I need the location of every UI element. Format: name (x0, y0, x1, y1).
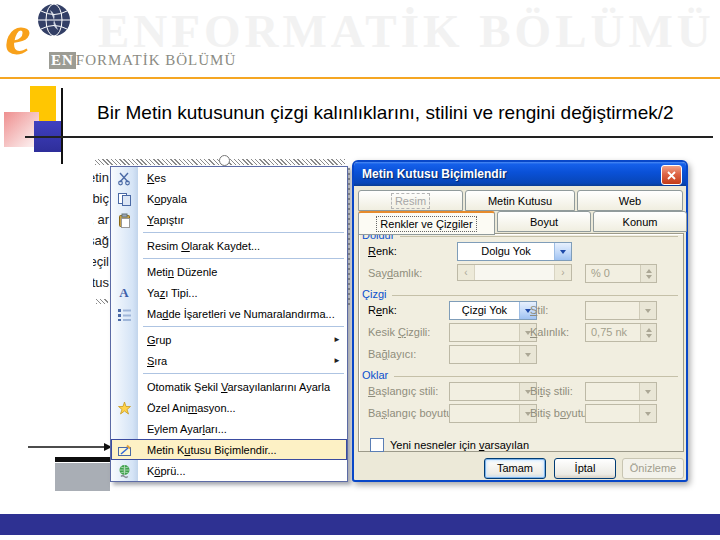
combo-arrow-icon (519, 346, 536, 363)
combo-value (450, 405, 519, 422)
slider-left-icon: ‹ (458, 265, 475, 280)
combo-value (450, 346, 519, 363)
menu-item-eylem-ayarlari[interactable]: Eylem Ayarları... (111, 418, 347, 439)
textbox-handle[interactable] (219, 155, 230, 166)
combo-value (450, 383, 519, 400)
label-bitis-boyutu: Bitiş boyutu: (530, 407, 590, 419)
footer-band (0, 514, 720, 535)
checkbox-label: Yeni nesneler için varsayılan (390, 439, 529, 451)
slider-track (475, 265, 554, 280)
annotation-arrow (28, 438, 112, 456)
onizleme-button: Önizleme (622, 458, 684, 479)
tab-web[interactable]: Web (577, 190, 683, 211)
menu-item-metin-duzenle[interactable]: Metin Düzenle (111, 261, 347, 282)
iptal-button[interactable]: İptal (554, 458, 616, 479)
deco-vertical-line (61, 88, 63, 164)
spinner-arrows-icon (640, 324, 656, 341)
combo-cizgi-renk[interactable]: Çizgi Yok (449, 301, 537, 320)
menu-item-yapistir[interactable]: Yapıştır (111, 209, 347, 230)
watermark-text: ENFORMATİK BÖLÜMÜ (98, 4, 720, 58)
menu-item-yazi-tipi[interactable]: AYazı Tipi... (111, 282, 347, 303)
tab-label: Renkler ve Çizgiler (377, 217, 475, 231)
submenu-arrow-icon: ► (333, 356, 341, 365)
group-oklar: Oklar (362, 369, 678, 381)
menu-item-label: Kes (111, 172, 166, 184)
tab-label: Metin Kutusu (485, 194, 555, 208)
menu-item-kopru[interactable]: Köprü... (111, 460, 347, 481)
combo-value (450, 324, 519, 341)
spin-saydamlik-deger: % 0 (585, 264, 657, 283)
label-bitis-stili: Bitiş stili: (530, 385, 573, 397)
group-label: Çizgi (362, 288, 386, 300)
logo-rest: FORMATİK BÖLÜMÜ (76, 52, 236, 68)
menu-item-label: Köprü... (111, 465, 186, 477)
menu-item-ozel-animasyon[interactable]: Özel Animasyon... (111, 397, 347, 418)
tab-label: Boyut (527, 215, 561, 229)
spin-kalinlik: 0,75 nk (585, 323, 657, 342)
spin-value: % 0 (586, 265, 640, 282)
context-menu: KesKopyalaYapıştırResim Olarak Kaydet...… (110, 166, 348, 482)
header-divider (0, 77, 720, 79)
clipped-text-line: biç (93, 189, 110, 210)
menu-item-label: Grup (111, 334, 171, 346)
tamam-button[interactable]: Tamam (484, 458, 546, 479)
checkbox-icon[interactable] (370, 438, 384, 452)
menu-item-label: Madde İşaretleri ve Numaralandırma... (111, 308, 335, 320)
menu-item-label: Resim Olarak Kaydet... (111, 240, 260, 252)
clipped-text-line: sağ (93, 231, 110, 252)
label-kalinlik: Kalınlık: (530, 326, 569, 338)
menu-item-label: Eylem Ayarları... (111, 423, 227, 435)
dialog-titlebar[interactable]: Metin Kutusu Biçimlendir (354, 162, 686, 186)
combo-baslangic-boyutu (449, 404, 537, 423)
label-cizgi-renk: Renk: (368, 304, 397, 316)
logo-wordmark: ENFORMATİK BÖLÜMÜ (49, 52, 236, 69)
title-underline (25, 136, 713, 138)
format-textbox-dialog: Metin Kutusu Biçimlendir ResimMetin Kutu… (352, 160, 688, 482)
page-title: Bir Metin kutusunun çizgi kalınlıklarını… (97, 102, 712, 124)
combo-doldur-renk[interactable]: Dolgu Yok (457, 242, 572, 261)
menu-item-madde-isaretleri[interactable]: Madde İşaretleri ve Numaralandırma... (111, 303, 347, 324)
group-divider (394, 376, 678, 377)
spin-value: 0,75 nk (586, 324, 640, 341)
combo-baslangic-stili (449, 382, 537, 401)
combo-arrow-icon (639, 405, 656, 422)
group-divider (400, 236, 678, 237)
clipped-text-line: tus (93, 273, 110, 294)
label-baslangic-boyutu: Başlangıç boyutu: (368, 407, 455, 419)
menu-item-otomatik-sekil[interactable]: Otomatik Şekil Varsayılanlarını Ayarla (111, 376, 347, 397)
slider-right-icon: › (554, 265, 571, 280)
label-stil: Stil: (530, 304, 548, 316)
label-baslangic-stili: Başlangıç stili: (368, 385, 438, 397)
submenu-arrow-icon: ► (333, 335, 341, 344)
menu-item-resim-olarak-kaydet[interactable]: Resim Olarak Kaydet... (111, 235, 347, 256)
tab-label: Resim (392, 194, 429, 208)
menu-item-metin-kutusu-bicimlendir[interactable]: Metin Kutusu Biçimlendir... (111, 439, 347, 460)
tab-renkler-ve-cizgiler[interactable]: Renkler ve Çizgiler (358, 211, 495, 235)
tab-resim: Resim (358, 190, 463, 211)
slide: ENFORMATİK BÖLÜMÜ e ENFORMATİK BÖLÜMÜ Bi… (0, 0, 720, 540)
tab-metin-kutusu[interactable]: Metin Kutusu (465, 190, 575, 211)
checkbox-default-for-new-objects[interactable]: Yeni nesneler için varsayılan (370, 438, 529, 452)
clipped-text-line: eçil (93, 252, 110, 273)
menu-item-sira[interactable]: Sıra► (111, 350, 347, 371)
combo-arrow-icon (639, 302, 656, 319)
combo-stil (585, 301, 657, 320)
logo-e: e (5, 6, 31, 64)
combo-value (586, 405, 639, 422)
label-saydamlik: Saydamlık: (368, 267, 422, 279)
combo-baglayici (449, 345, 537, 364)
menu-item-grup[interactable]: Grup► (111, 329, 347, 350)
group-label: Oklar (362, 369, 388, 381)
menu-item-label: Özel Animasyon... (111, 402, 236, 414)
menu-item-label: Kopyala (111, 193, 187, 205)
menu-item-label: Sıra (111, 355, 167, 367)
menu-item-kopyala[interactable]: Kopyala (111, 188, 347, 209)
combo-arrow-icon (554, 243, 571, 260)
combo-value (586, 302, 639, 319)
close-button[interactable] (661, 165, 682, 185)
close-icon (667, 171, 676, 180)
menu-item-kes[interactable]: Kes (111, 167, 347, 188)
label-doldur-renk: Renk: (368, 245, 397, 257)
label-kesik-cizgili: Kesik Çizgili: (368, 326, 430, 338)
menu-item-label: Metin Kutusu Biçimlendir... (111, 444, 277, 456)
